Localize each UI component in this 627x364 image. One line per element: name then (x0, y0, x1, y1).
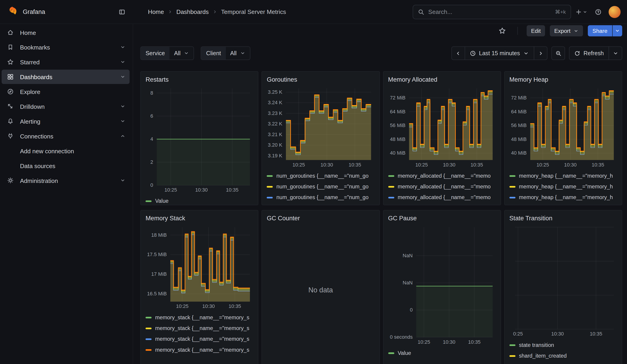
legend-swatch (267, 175, 273, 177)
legend-item[interactable]: memory_stack {__name__="memory_s (146, 334, 253, 344)
chevron-down-icon (582, 9, 587, 14)
time-back-button[interactable] (451, 46, 465, 60)
chart-memory-heap[interactable]: 72 MiB64 MiB56 MiB48 MiB40 MiB10:2510:30… (509, 85, 617, 169)
help-button[interactable] (592, 5, 605, 18)
new-button[interactable] (575, 5, 588, 18)
sidebar-item-home[interactable]: Home (1, 25, 129, 40)
share-button[interactable]: Share (587, 25, 612, 36)
search-input[interactable]: Search... ⌘+k (413, 4, 571, 19)
legend-item[interactable]: memory_allocated {__name__="memo (388, 170, 496, 181)
sidebar-item-administration[interactable]: Administration (1, 173, 129, 188)
legend-item[interactable]: memory_heap {__name__="memory_h (509, 192, 617, 203)
legend-item[interactable]: memory_allocated {__name__="memo (388, 203, 496, 205)
legend-item[interactable]: num_goroutines {__name__="num_go (267, 192, 374, 203)
legend-item[interactable]: Value (388, 348, 496, 358)
svg-text:10:25: 10:25 (415, 162, 428, 168)
legend-item[interactable]: memory_heap {__name__="memory_h (509, 181, 617, 192)
breadcrumb-item-dashboards[interactable]: Dashboards (176, 8, 209, 15)
dashboard-toolbar: Edit Export Share (140, 25, 622, 37)
panel-title[interactable]: State Transition (509, 214, 617, 223)
avatar[interactable] (609, 6, 621, 18)
svg-text:16.5 MiB: 16.5 MiB (147, 291, 167, 297)
legend-item[interactable]: memory_stack {__name__="memory_s (146, 323, 253, 333)
panel-memory-stack: Memory Stack18 MiB17.5 MiB17 MiB16.5 MiB… (140, 210, 259, 364)
legend-item[interactable]: state transition (509, 340, 617, 350)
refresh-group: Refresh (569, 46, 622, 60)
panel-title[interactable]: Memory Stack (146, 214, 253, 223)
legend-item[interactable]: memory_stack {__name__="memory_s (146, 312, 253, 323)
panel-restarts: Restarts0246810:2510:3010:35Value (140, 71, 259, 205)
legend-item[interactable]: memory_allocated {__name__="memo (388, 181, 496, 192)
legend: Value (146, 196, 253, 205)
no-data-message: No data (267, 224, 374, 356)
time-range-label: Last 15 minutes (479, 50, 520, 56)
chevron-down-icon[interactable] (120, 59, 126, 65)
refresh-button[interactable]: Refresh (569, 46, 609, 60)
chart-state-transition[interactable]: 0:2510:3010:35 (509, 224, 617, 338)
chevron-down-icon (612, 50, 618, 56)
chart-gc-pause[interactable]: NaNNaN00 seconds10:2510:3010:35 (388, 224, 496, 346)
chevron-up-icon[interactable] (120, 133, 126, 139)
chevron-down-icon[interactable] (120, 104, 126, 109)
share-caret-button[interactable] (613, 25, 622, 36)
export-button[interactable]: Export (550, 25, 583, 36)
sidebar-item-connections[interactable]: Connections (1, 129, 129, 143)
time-range-picker[interactable]: Last 15 minutes (465, 46, 534, 60)
grafana-logo-icon[interactable] (7, 6, 18, 18)
svg-text:56 MiB: 56 MiB (511, 122, 526, 128)
legend-item[interactable]: num_goroutines {__name__="num_go (267, 170, 374, 181)
legend-label: num_goroutines {__name__="num_go (276, 173, 368, 179)
variable-value-dropdown[interactable]: All (226, 47, 250, 59)
svg-text:72 MiB: 72 MiB (511, 95, 526, 101)
legend-item[interactable]: Value (146, 196, 253, 205)
sidebar-item-drilldown[interactable]: Drilldown (1, 99, 129, 113)
panel-gc-pause: GC PauseNaNNaN00 seconds10:2510:3010:35V… (383, 210, 501, 364)
edit-button[interactable]: Edit (527, 25, 545, 36)
chevron-down-icon[interactable] (120, 178, 126, 183)
legend-item[interactable]: num_goroutines {__name__="num_go (267, 203, 374, 205)
legend-label: Value (398, 350, 411, 356)
panel-title[interactable]: Memory Heap (509, 75, 617, 84)
panel-title[interactable]: GC Pause (388, 214, 496, 223)
svg-text:10:25: 10:25 (293, 162, 305, 168)
chevron-down-icon[interactable] (120, 45, 126, 50)
svg-text:17.5 MiB: 17.5 MiB (147, 252, 167, 257)
favorite-button[interactable] (496, 24, 509, 37)
chart-memory-allocated[interactable]: 72 MiB64 MiB56 MiB48 MiB40 MiB10:2510:30… (388, 85, 496, 169)
legend-swatch (146, 316, 151, 318)
variable-value-dropdown[interactable]: All (170, 47, 194, 59)
sidebar-item-dashboards[interactable]: Dashboards (1, 70, 129, 84)
breadcrumb-item-home[interactable]: Home (148, 8, 164, 15)
chart-goroutines[interactable]: 3.25 K3.24 K3.23 K3.22 K3.21 K3.20 K3.19… (267, 85, 374, 169)
sidebar-item-starred[interactable]: Starred (1, 55, 129, 69)
sidebar-item-alerting[interactable]: Alerting (1, 114, 129, 128)
time-forward-button[interactable] (534, 46, 548, 60)
zoom-out-button[interactable] (552, 46, 565, 60)
time-range-group: Last 15 minutes (451, 46, 548, 60)
refresh-interval-button[interactable] (609, 46, 622, 60)
chart-restarts[interactable]: 0246810:2510:3010:35 (146, 85, 253, 194)
toolbar-divider (518, 27, 518, 35)
sidebar-item-data-sources[interactable]: Data sources (1, 158, 129, 173)
sidebar-item-explore[interactable]: Explore (1, 84, 129, 99)
legend-item[interactable]: shard_item_created (509, 350, 617, 361)
svg-text:2: 2 (151, 159, 153, 165)
sidebar-item-bookmarks[interactable]: Bookmarks (1, 40, 129, 54)
panel-title[interactable]: Goroutines (267, 75, 374, 84)
panel-gc-counter: GC CounterNo data (261, 210, 380, 364)
legend-item[interactable]: memory_allocated {__name__="memo (388, 192, 496, 203)
legend-item[interactable]: memory_stack {__name__="memory_s (146, 344, 253, 355)
panel-title[interactable]: Memory Allocated (388, 75, 496, 84)
chart-memory-stack[interactable]: 18 MiB17.5 MiB17 MiB16.5 MiB10:2510:3010… (146, 224, 253, 311)
sidebar-item-label: Data sources (20, 162, 126, 169)
legend-item[interactable]: memory_heap {__name__="memory_h (509, 170, 617, 181)
chevron-down-icon[interactable] (120, 74, 126, 80)
dock-menu-button[interactable] (116, 5, 128, 18)
legend-item[interactable]: memory_heap {__name__="memory_h (509, 203, 617, 205)
panel-title[interactable]: GC Counter (267, 214, 374, 223)
sidebar-item-add-new-connection[interactable]: Add new connection (1, 144, 129, 158)
legend-swatch (146, 338, 151, 340)
chevron-down-icon[interactable] (120, 118, 126, 124)
legend-item[interactable]: num_goroutines {__name__="num_go (267, 181, 374, 192)
panel-title[interactable]: Restarts (146, 75, 253, 84)
